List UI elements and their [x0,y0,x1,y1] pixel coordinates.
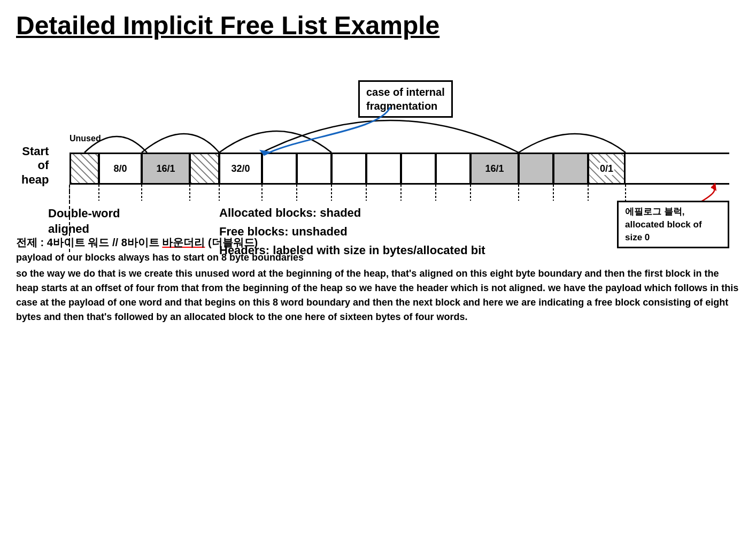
bottom-line2: payload of our blocks always has to star… [16,252,740,263]
block-16-1-first: 16/1 [142,154,190,183]
legend-allocated-text: Allocated blocks: shaded [219,203,485,222]
bottom-paragraph: so the way we do that is we create this … [16,266,740,324]
block-free-1 [262,154,297,183]
callout-internal-fragmentation: case of internal fragmentation [358,80,453,118]
block-8-0: 8/0 [99,154,142,183]
unused-label: Unused [70,134,101,143]
block-0-1-epilog: 0/1 [588,154,626,183]
block-alloc-1 [519,154,553,183]
start-of-heap-label: Start of heap [21,144,49,187]
page-title: Detailed Implicit Free List Example [16,11,740,40]
legend-double-word: Double-word aligned [48,206,120,237]
memory-blocks-row: 8/0 16/1 32/0 16/1 0/1 [70,153,729,185]
block-free-2 [297,154,331,183]
block-alloc-2 [553,154,588,183]
block-hatched-2 [190,154,219,183]
block-32-0: 32/0 [219,154,262,183]
block-unused [70,154,99,183]
block-free-4 [366,154,401,183]
block-free-3 [331,154,366,183]
bottom-text-area: 전제 : 4바이트 워드 // 8바이트 바운더리 (더블워드) payload… [0,235,756,324]
block-free-6 [436,154,470,183]
boundary-word: 바운더리 [162,237,205,248]
block-16-1-second: 16/1 [470,154,519,183]
block-free-5 [401,154,436,183]
bottom-line1: 전제 : 4바이트 워드 // 8바이트 바운더리 (더블워드) [16,235,740,250]
